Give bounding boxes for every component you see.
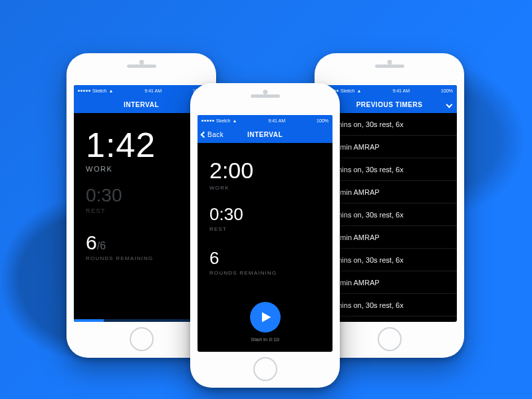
list-item[interactable]: 2 mins on, 30s rest, 6x xyxy=(322,158,457,181)
list-item[interactable]: 20 min AMRAP xyxy=(322,271,457,294)
home-button[interactable] xyxy=(130,327,154,351)
list-item[interactable]: 20 min AMRAP xyxy=(322,317,457,322)
back-button[interactable]: Back xyxy=(201,131,223,138)
rest-time[interactable]: 0:30 xyxy=(209,204,321,225)
work-label: WORK xyxy=(209,185,321,191)
status-bar: Sketch ▲ 9:41 AM 100% xyxy=(198,115,332,126)
list-item[interactable]: 20 min AMRAP xyxy=(322,136,457,158)
clock-label: 9:41 AM xyxy=(392,88,410,93)
clock-label: 9:41 AM xyxy=(268,118,285,123)
status-bar: Sketch ▲ 9:41 AM 100% xyxy=(74,85,209,96)
nav-title: INTERVAL xyxy=(247,131,283,138)
screen-previous-timers: Sketch ▲ 9:41 AM 100% PREVIOUS TIMERS 2 … xyxy=(322,85,457,322)
rounds-value[interactable]: 6 xyxy=(209,248,321,269)
phone-center: Sketch ▲ 9:41 AM 100% Back INTERVAL 2:00… xyxy=(190,83,340,388)
carrier-label: Sketch xyxy=(216,118,230,123)
carrier-label: Sketch xyxy=(340,88,354,93)
list-item[interactable]: 2 mins on, 30s rest, 6x xyxy=(322,113,457,136)
list-item[interactable]: 20 min AMRAP xyxy=(322,226,457,249)
play-icon xyxy=(260,311,272,323)
nav-bar: Back INTERVAL xyxy=(198,126,332,143)
back-label: Back xyxy=(207,131,223,138)
start-countdown-label: Start in 0:10 xyxy=(198,336,332,342)
rounds-label: ROUNDS REMAINING xyxy=(209,270,321,276)
nav-bar: INTERVAL xyxy=(74,96,209,113)
list-item[interactable]: 2 mins on, 30s rest, 6x xyxy=(322,294,457,317)
chevron-left-icon xyxy=(201,131,207,138)
screen-interval-running: Sketch ▲ 9:41 AM 100% INTERVAL 1:42 WORK… xyxy=(74,85,209,322)
status-bar: Sketch ▲ 9:41 AM 100% xyxy=(322,85,457,96)
nav-bar: PREVIOUS TIMERS xyxy=(322,96,457,113)
list-item[interactable]: 20 min AMRAP xyxy=(322,181,457,203)
carrier-label: Sketch xyxy=(92,88,106,93)
rest-label: REST xyxy=(86,207,197,214)
nav-title: PREVIOUS TIMERS xyxy=(356,101,423,108)
nav-title: INTERVAL xyxy=(124,101,159,108)
list-item[interactable]: 2 mins on, 30s rest, 6x xyxy=(322,203,457,226)
wifi-icon: ▲ xyxy=(108,88,113,93)
wifi-icon: ▲ xyxy=(356,88,361,93)
list-item[interactable]: 2 mins on, 30s rest, 6x xyxy=(322,249,457,271)
battery-label: 100% xyxy=(317,118,329,123)
work-time: 1:42 xyxy=(86,128,197,162)
rest-time: 0:30 xyxy=(86,185,197,206)
collapse-button[interactable] xyxy=(447,101,452,108)
progress-bar xyxy=(74,319,209,322)
previous-timers-list[interactable]: 2 mins on, 30s rest, 6x20 min AMRAP2 min… xyxy=(322,113,457,322)
mockup-stage: Sketch ▲ 9:41 AM 100% INTERVAL 1:42 WORK… xyxy=(0,0,532,399)
home-button[interactable] xyxy=(378,327,402,351)
work-time[interactable]: 2:00 xyxy=(209,158,321,184)
clock-label: 9:41 AM xyxy=(144,88,162,93)
rounds-label: ROUNDS REMAINING xyxy=(86,255,197,261)
wifi-icon: ▲ xyxy=(232,118,237,123)
screen-interval-setup: Sketch ▲ 9:41 AM 100% Back INTERVAL 2:00… xyxy=(198,115,332,352)
battery-label: 100% xyxy=(441,88,453,93)
rounds-remaining: 6/6 xyxy=(86,231,197,254)
home-button[interactable] xyxy=(253,357,277,381)
play-button[interactable] xyxy=(250,302,281,332)
work-label: WORK xyxy=(86,165,197,173)
rest-label: REST xyxy=(209,226,321,232)
chevron-down-icon xyxy=(446,101,453,108)
